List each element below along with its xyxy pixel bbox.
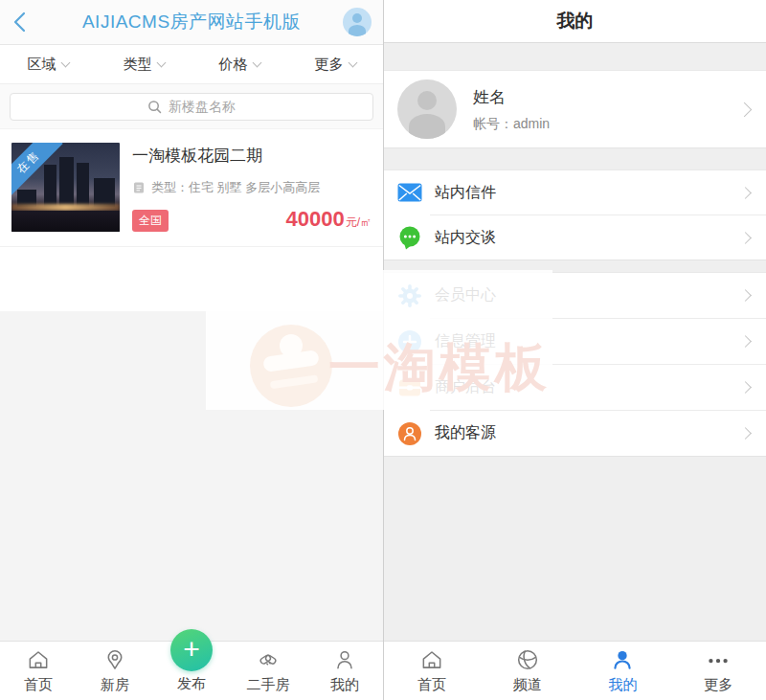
menu-label: 商户后台 — [435, 377, 496, 397]
chevron-down-icon — [348, 57, 357, 67]
chat-icon — [397, 225, 422, 250]
listing-meta-text: 类型：住宅 别墅 多层小高高层 — [151, 179, 320, 196]
menu-label: 站内信件 — [435, 183, 496, 203]
listing-screen: AIJIACMS房产网站手机版 区域 类型 价格 更多 — [0, 0, 383, 700]
plus-circle-icon — [397, 329, 422, 354]
tab-label: 更多 — [704, 676, 732, 694]
tab-label: 新房 — [101, 676, 129, 694]
tab-more[interactable]: 更多 — [670, 642, 766, 700]
menu-label: 信息管理 — [435, 331, 496, 351]
profile-account: 帐号：admin — [473, 116, 550, 133]
listing-title: 一淘模板花园二期 — [132, 145, 372, 167]
mail-icon — [397, 180, 422, 205]
profile-row[interactable]: 姓名 帐号：admin — [384, 70, 766, 148]
left-header: AIJIACMS房产网站手机版 — [0, 0, 383, 45]
tab-label: 我的 — [608, 676, 637, 694]
listing-meta: 类型：住宅 别墅 多层小高高层 — [132, 179, 372, 196]
profile-screen: 我的 姓名 帐号：admin 站内信件 — [383, 0, 766, 700]
listing-info: 一淘模板花园二期 类型：住宅 别墅 多层小高高层 全国 40000元/㎡ — [132, 143, 372, 232]
tab-home[interactable]: 首页 — [0, 642, 77, 700]
left-tabbar: 首页 新房 + 发布 二手房 — [0, 641, 383, 700]
menu-item-merchant[interactable]: 商户后台 — [384, 365, 766, 410]
filter-label: 区域 — [28, 56, 56, 74]
more-dots-icon — [706, 647, 731, 672]
user-icon — [332, 647, 357, 672]
filter-bar: 区域 类型 价格 更多 — [0, 45, 383, 84]
tab-new-homes[interactable]: 新房 — [77, 642, 153, 700]
tab-label: 首页 — [417, 676, 446, 694]
empty-list-area — [0, 311, 383, 641]
document-icon — [132, 181, 146, 194]
page-title: 我的 — [557, 9, 594, 34]
filter-label: 价格 — [219, 56, 248, 74]
right-tabbar: 首页 频道 我的 更多 — [384, 641, 766, 700]
listing-card[interactable]: 在售 一淘模板花园二期 类型：住宅 别墅 多层小高高层 全国 40000元/㎡ — [0, 129, 383, 247]
home-icon — [419, 647, 444, 672]
chevron-right-icon — [739, 289, 752, 302]
search-input[interactable]: 新楼盘名称 — [10, 93, 373, 121]
avatar-placeholder-icon — [397, 79, 457, 139]
tab-home[interactable]: 首页 — [384, 642, 480, 700]
plus-icon: + — [170, 629, 213, 671]
search-placeholder: 新楼盘名称 — [169, 99, 236, 116]
tab-label: 频道 — [513, 676, 542, 694]
menu-label: 我的客源 — [435, 423, 496, 443]
menu-group-account: 会员中心 信息管理 商户后台 — [384, 272, 766, 457]
gear-icon — [397, 283, 422, 308]
price-unit: 元/㎡ — [346, 215, 372, 229]
profile-name: 姓名 — [473, 86, 550, 108]
handshake-icon — [256, 647, 281, 672]
filter-region[interactable]: 区域 — [0, 56, 96, 74]
right-header: 我的 — [384, 0, 766, 43]
tab-label: 二手房 — [247, 676, 290, 694]
chevron-right-icon — [739, 187, 752, 199]
profile-text: 姓名 帐号：admin — [473, 86, 550, 133]
filter-label: 更多 — [315, 56, 344, 74]
tab-label: 我的 — [330, 676, 359, 694]
chevron-right-icon — [737, 102, 753, 117]
search-icon — [147, 100, 162, 114]
tab-mine-active[interactable]: 我的 — [575, 642, 671, 700]
back-icon[interactable] — [10, 11, 33, 34]
filter-price[interactable]: 价格 — [192, 56, 287, 74]
tab-publish[interactable]: + 发布 — [153, 642, 230, 700]
listing-photo: 在售 — [11, 143, 120, 232]
menu-item-member-center[interactable]: 会员中心 — [384, 273, 766, 318]
home-icon — [26, 647, 51, 672]
tab-mine[interactable]: 我的 — [306, 642, 383, 700]
chevron-right-icon — [739, 232, 752, 244]
tab-second-hand[interactable]: 二手房 — [230, 642, 306, 700]
menu-item-info-manage[interactable]: 信息管理 — [384, 319, 766, 364]
chevron-right-icon — [739, 335, 752, 348]
filter-type[interactable]: 类型 — [96, 56, 192, 74]
region-badge: 全国 — [132, 210, 169, 232]
app: AIJIACMS房产网站手机版 区域 类型 价格 更多 — [0, 0, 766, 700]
search-area: 新楼盘名称 — [0, 84, 383, 129]
tab-label: 发布 — [177, 675, 206, 693]
tab-channels[interactable]: 频道 — [480, 642, 575, 700]
tab-label: 首页 — [24, 676, 53, 694]
menu-item-chat[interactable]: 站内交谈 — [384, 215, 766, 260]
page-title: AIJIACMS房产网站手机版 — [0, 10, 383, 34]
menu-label: 站内交谈 — [435, 228, 496, 248]
listing-bottom-row: 全国 40000元/㎡ — [132, 207, 372, 232]
chevron-down-icon — [252, 57, 261, 67]
chevron-down-icon — [60, 57, 70, 67]
filter-label: 类型 — [124, 56, 152, 74]
menu-label: 会员中心 — [435, 285, 496, 305]
customer-icon — [397, 421, 422, 446]
menu-group-messages: 站内信件 站内交谈 — [384, 169, 766, 260]
user-filled-icon — [610, 647, 635, 672]
location-pin-icon — [102, 647, 127, 672]
merchant-icon — [397, 375, 422, 400]
user-avatar-icon[interactable] — [343, 8, 372, 36]
filter-more[interactable]: 更多 — [287, 56, 383, 74]
chevron-right-icon — [739, 381, 752, 394]
menu-item-my-clients[interactable]: 我的客源 — [384, 411, 766, 456]
price-number: 40000 — [285, 207, 344, 231]
chevron-right-icon — [739, 427, 752, 440]
globe-icon — [515, 647, 540, 672]
chevron-down-icon — [156, 57, 166, 67]
listing-price: 40000元/㎡ — [285, 207, 372, 232]
menu-item-messages[interactable]: 站内信件 — [384, 170, 766, 215]
